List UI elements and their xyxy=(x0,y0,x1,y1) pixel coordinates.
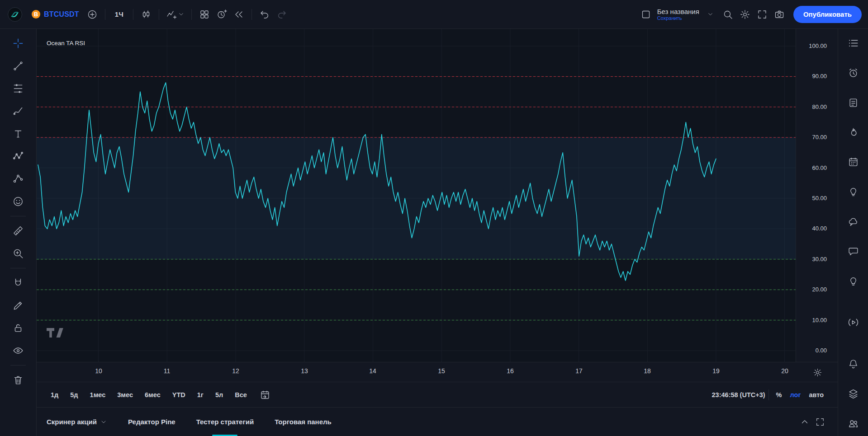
plus-circle-icon xyxy=(87,9,98,20)
brush-tool-button[interactable] xyxy=(9,102,27,120)
right-sidebar xyxy=(838,29,868,436)
redo-button[interactable] xyxy=(274,7,289,22)
panel-maximize-button[interactable] xyxy=(812,414,828,430)
compare-add-button[interactable] xyxy=(85,7,100,22)
object-tree-button[interactable] xyxy=(845,385,861,402)
layout-grid-button[interactable] xyxy=(197,7,212,22)
tab-pine-editor-label: Редактор Pine xyxy=(128,418,175,426)
my-ideas-button[interactable] xyxy=(845,184,861,200)
streams-button[interactable] xyxy=(845,314,861,331)
rsi-chart xyxy=(37,29,796,362)
drawing-mode-button[interactable] xyxy=(9,296,27,314)
screenshot-button[interactable] xyxy=(772,7,787,22)
tradingview-app: B BTCUSDT 1Ч xyxy=(0,0,868,436)
crosshair-tool-button[interactable] xyxy=(9,34,27,52)
layout-title[interactable]: Без названия Сохранить xyxy=(657,8,699,21)
layout-title-label: Без названия xyxy=(657,8,699,15)
minds-button[interactable] xyxy=(845,214,861,230)
price-axis[interactable]: 100.0090.0080.0070.0060.0050.0040.0030.0… xyxy=(796,29,838,362)
remove-drawings-button[interactable] xyxy=(9,371,27,389)
calendar-button[interactable] xyxy=(845,154,861,170)
tradingview-logo[interactable] xyxy=(47,328,64,341)
percent-scale-button[interactable]: % xyxy=(772,389,786,401)
price-label: 20.00 xyxy=(812,286,827,293)
public-ideas-button[interactable] xyxy=(845,273,861,289)
settings-button[interactable] xyxy=(737,7,753,22)
forecast-icon xyxy=(12,173,24,185)
range-5y[interactable]: 5л xyxy=(211,389,227,401)
range-3m[interactable]: 3мес xyxy=(113,389,137,401)
chevron-down-icon xyxy=(707,11,714,18)
tab-trading-panel[interactable]: Торговая панель xyxy=(275,408,332,436)
magnet-mode-button[interactable] xyxy=(9,274,27,292)
publish-button[interactable]: Опубликовать xyxy=(793,6,862,23)
time-label: 20 xyxy=(781,367,788,375)
fib-icon xyxy=(12,83,24,94)
price-label: 60.00 xyxy=(812,164,827,172)
toolbar-divider xyxy=(10,365,26,366)
tab-pine-editor[interactable]: Редактор Pine xyxy=(128,408,175,436)
tab-strategy-tester-label: Тестер стратегий xyxy=(196,418,254,426)
tab-stock-screener[interactable]: Скринер акций xyxy=(47,408,107,436)
drawing-toolbar xyxy=(0,29,37,436)
candles-icon xyxy=(141,9,152,20)
pattern-tool-button[interactable] xyxy=(9,147,27,165)
range-all[interactable]: Все xyxy=(231,389,251,401)
hide-drawings-button[interactable] xyxy=(9,342,27,360)
layout-menu-button[interactable] xyxy=(703,7,718,22)
chart-type-button[interactable] xyxy=(138,7,154,22)
layout-select-button[interactable] xyxy=(638,7,654,22)
top-toolbar: B BTCUSDT 1Ч xyxy=(0,0,868,29)
create-alert-button[interactable] xyxy=(214,7,229,22)
range-1m[interactable]: 1мес xyxy=(86,389,110,401)
tab-strategy-tester[interactable]: Тестер стратегий xyxy=(196,408,254,436)
fib-retracement-tool-button[interactable] xyxy=(9,80,27,98)
emoji-tool-button[interactable] xyxy=(9,192,27,211)
trend-line-icon xyxy=(12,60,24,72)
grid-layout-icon xyxy=(199,9,210,20)
log-scale-button[interactable]: лог xyxy=(786,389,805,401)
fullscreen-button[interactable] xyxy=(754,7,770,22)
search-button[interactable] xyxy=(720,7,735,22)
clock[interactable]: 23:46:58 (UTC+3) xyxy=(712,391,765,398)
trend-line-tool-button[interactable] xyxy=(9,57,27,75)
auto-scale-button[interactable]: авто xyxy=(805,389,828,401)
range-ytd[interactable]: YTD xyxy=(168,389,190,401)
journal-button[interactable] xyxy=(845,95,861,111)
text-tool-button[interactable] xyxy=(9,125,27,143)
time-label: 13 xyxy=(301,367,308,375)
time-axis[interactable]: 1011121314151617181920 xyxy=(37,362,838,382)
watchlist-button[interactable] xyxy=(845,35,861,52)
alerts-button[interactable] xyxy=(845,65,861,81)
symbol-switcher[interactable]: B BTCUSDT xyxy=(28,8,83,20)
forecast-tool-button[interactable] xyxy=(9,170,27,188)
indicator-title[interactable]: Ocean TA RSI xyxy=(47,40,85,47)
community-button[interactable] xyxy=(845,415,861,431)
time-axis-settings-button[interactable] xyxy=(811,366,824,379)
range-6m[interactable]: 6мес xyxy=(141,389,165,401)
bar-replay-button[interactable] xyxy=(231,7,247,22)
range-5d[interactable]: 5д xyxy=(66,389,82,401)
panel-collapse-button[interactable] xyxy=(797,414,812,430)
notifications-button[interactable] xyxy=(845,356,861,372)
measure-tool-button[interactable] xyxy=(9,222,27,240)
toolbar-divider xyxy=(251,9,252,20)
cloud-chat-icon xyxy=(848,216,859,227)
zoom-in-tool-button[interactable] xyxy=(9,244,27,263)
range-1d[interactable]: 1д xyxy=(47,389,62,401)
broker-logo[interactable] xyxy=(6,6,24,23)
chart-pane[interactable]: Ocean TA RSI 100.0090.0080.0070.0060.005… xyxy=(37,29,838,362)
undo-button[interactable] xyxy=(257,7,272,22)
indicators-button[interactable] xyxy=(164,7,186,22)
goto-date-button[interactable] xyxy=(257,387,273,403)
lock-drawings-button[interactable] xyxy=(9,319,27,337)
interval-button[interactable]: 1Ч xyxy=(110,7,128,22)
smiley-icon xyxy=(12,196,24,207)
range-1y[interactable]: 1г xyxy=(193,389,208,401)
calendar-icon xyxy=(848,156,859,168)
save-link[interactable]: Сохранить xyxy=(657,15,682,21)
time-label: 10 xyxy=(95,367,102,375)
hotlists-button[interactable] xyxy=(845,124,861,141)
bulb-icon xyxy=(848,186,859,197)
chat-button[interactable] xyxy=(845,243,861,259)
